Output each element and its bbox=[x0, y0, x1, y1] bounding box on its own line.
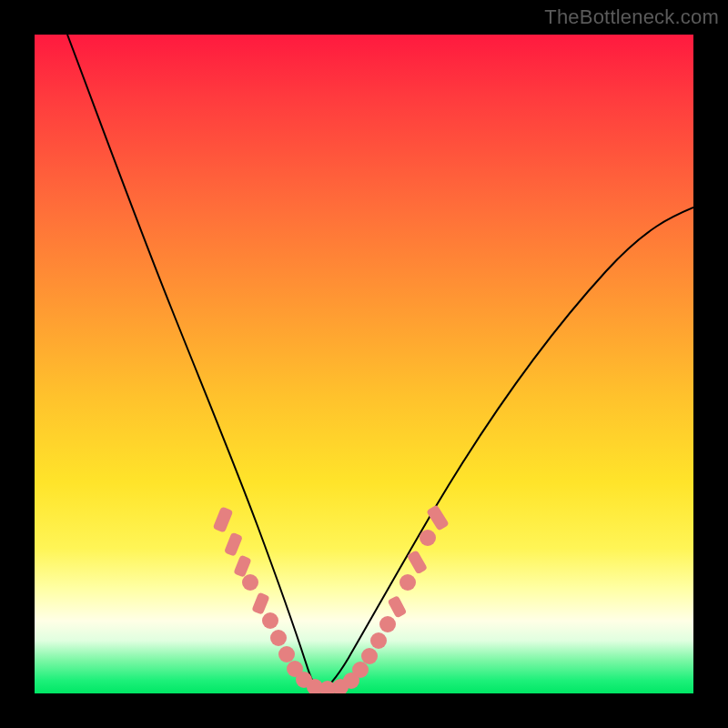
marker-dot bbox=[270, 630, 287, 646]
marker-dot bbox=[388, 595, 408, 619]
watermark-text: TheBottleneck.com bbox=[544, 5, 719, 29]
marker-dot bbox=[278, 646, 295, 662]
curve-right-branch bbox=[319, 207, 693, 692]
marker-dot bbox=[242, 574, 258, 591]
marker-dot bbox=[399, 574, 416, 591]
marker-dot bbox=[352, 662, 369, 678]
marker-dot bbox=[379, 616, 396, 632]
curve-left-branch bbox=[67, 35, 319, 692]
marker-dot bbox=[224, 532, 243, 557]
curve-layer bbox=[35, 35, 693, 693]
marker-dot bbox=[370, 632, 387, 649]
marker-dot bbox=[251, 592, 269, 615]
marker-dot bbox=[361, 648, 378, 664]
marker-dot bbox=[420, 530, 436, 546]
marker-group bbox=[213, 504, 450, 693]
marker-dot bbox=[233, 555, 251, 578]
marker-dot bbox=[262, 612, 278, 629]
marker-dot bbox=[213, 506, 234, 532]
marker-dot bbox=[407, 550, 428, 574]
chart-frame: TheBottleneck.com bbox=[0, 0, 728, 728]
plot-area bbox=[35, 35, 693, 693]
